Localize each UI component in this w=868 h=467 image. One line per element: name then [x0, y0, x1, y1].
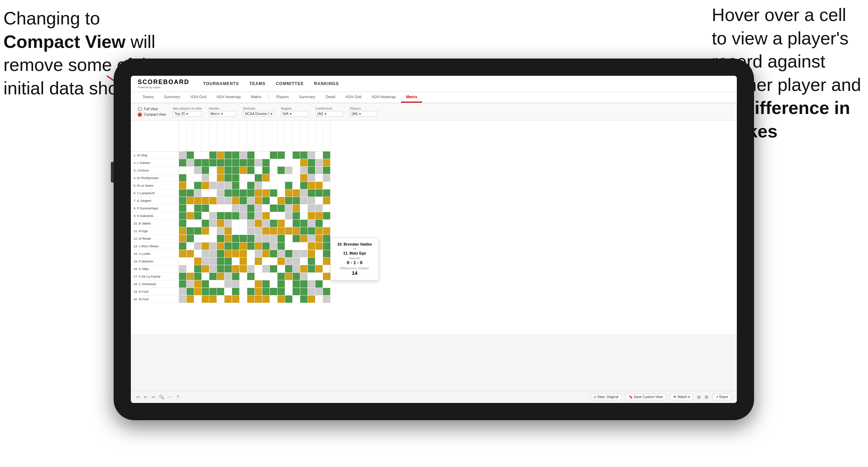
matrix-cell[interactable]	[293, 182, 300, 189]
matrix-cell[interactable]	[323, 205, 331, 212]
matrix-cell[interactable]	[308, 197, 315, 205]
nav-teams[interactable]: TEAMS	[249, 81, 265, 86]
matrix-cell[interactable]	[308, 280, 315, 288]
matrix-cell[interactable]	[315, 265, 323, 273]
matrix-cell[interactable]	[270, 197, 278, 205]
matrix-cell[interactable]	[308, 265, 315, 273]
matrix-cell[interactable]	[187, 205, 194, 212]
matrix-cell[interactable]	[209, 258, 217, 265]
matrix-cell[interactable]	[270, 242, 278, 250]
matrix-cell[interactable]	[270, 159, 278, 167]
matrix-cell[interactable]	[247, 288, 255, 295]
conference-select[interactable]: (All) ▾	[315, 111, 343, 117]
matrix-cell[interactable]	[262, 189, 270, 197]
matrix-cell[interactable]	[315, 152, 323, 159]
matrix-cell[interactable]	[209, 212, 217, 220]
matrix-cell[interactable]	[285, 280, 293, 288]
matrix-cell[interactable]	[300, 288, 308, 295]
matrix-cell[interactable]	[300, 258, 308, 265]
matrix-cell[interactable]	[255, 167, 262, 174]
matrix-cell[interactable]	[240, 295, 247, 303]
matrix-cell[interactable]	[270, 212, 278, 220]
matrix-cell[interactable]	[255, 273, 262, 280]
matrix-cell[interactable]	[194, 212, 202, 220]
matrix-cell[interactable]	[262, 295, 270, 303]
matrix-cell[interactable]	[293, 227, 300, 235]
matrix-cell[interactable]	[247, 258, 255, 265]
matrix-cell[interactable]	[187, 273, 194, 280]
nav-committee[interactable]: COMMITTEE	[276, 81, 304, 86]
matrix-cell[interactable]	[300, 182, 308, 189]
matrix-cell[interactable]	[255, 227, 262, 235]
matrix-cell[interactable]	[323, 159, 331, 167]
tab-matrix2[interactable]: Matrix	[401, 92, 422, 103]
matrix-cell[interactable]	[308, 227, 315, 235]
matrix-cell[interactable]	[308, 189, 315, 197]
matrix-cell[interactable]	[278, 167, 285, 174]
matrix-cell[interactable]	[255, 197, 262, 205]
matrix-cell[interactable]	[240, 273, 247, 280]
matrix-cell[interactable]	[285, 288, 293, 295]
tab-h2h-heatmap2[interactable]: H2H Heatmap	[367, 92, 401, 103]
matrix-cell[interactable]	[202, 182, 209, 189]
matrix-cell[interactable]	[247, 167, 255, 174]
matrix-cell[interactable]	[300, 205, 308, 212]
matrix-cell[interactable]	[187, 227, 194, 235]
matrix-cell[interactable]	[270, 295, 278, 303]
matrix-cell[interactable]	[293, 174, 300, 182]
matrix-cell[interactable]	[270, 250, 278, 258]
tab-h2h-grid1[interactable]: H2H Grid	[186, 92, 211, 103]
matrix-cell[interactable]	[232, 220, 240, 227]
matrix-cell[interactable]	[255, 220, 262, 227]
matrix-cell[interactable]	[278, 197, 285, 205]
share-btn[interactable]: ↗ Share	[712, 394, 731, 400]
matrix-cell[interactable]	[232, 182, 240, 189]
matrix-cell[interactable]	[194, 295, 202, 303]
matrix-cell[interactable]	[255, 280, 262, 288]
matrix-cell[interactable]	[179, 159, 187, 167]
matrix-cell[interactable]	[202, 167, 209, 174]
matrix-cell[interactable]	[308, 258, 315, 265]
matrix-cell[interactable]	[179, 220, 187, 227]
matrix-cell[interactable]	[293, 189, 300, 197]
players-select[interactable]: (All) ▾	[350, 111, 377, 117]
tab-summary2[interactable]: Summary	[294, 92, 320, 103]
layout-icon[interactable]: ⊞	[697, 395, 701, 399]
radio-full-btn[interactable]	[138, 107, 142, 111]
matrix-cell[interactable]	[278, 235, 285, 242]
matrix-cell[interactable]	[270, 189, 278, 197]
matrix-cell[interactable]	[247, 227, 255, 235]
matrix-cell[interactable]	[315, 280, 323, 288]
matrix-cell[interactable]	[247, 182, 255, 189]
matrix-cell[interactable]	[308, 167, 315, 174]
matrix-cell[interactable]	[285, 205, 293, 212]
matrix-cell[interactable]	[323, 242, 331, 250]
matrix-cell[interactable]	[232, 258, 240, 265]
matrix-cell[interactable]	[232, 212, 240, 220]
matrix-cell[interactable]	[323, 197, 331, 205]
matrix-cell[interactable]	[224, 280, 232, 288]
matrix-cell[interactable]	[262, 273, 270, 280]
matrix-cell[interactable]	[194, 220, 202, 227]
matrix-cell[interactable]	[247, 250, 255, 258]
matrix-cell[interactable]	[240, 152, 247, 159]
matrix-cell[interactable]	[217, 189, 224, 197]
matrix-cell[interactable]	[247, 280, 255, 288]
matrix-cell[interactable]	[315, 288, 323, 295]
redo-icon[interactable]: ↪	[151, 395, 155, 399]
radio-full-view[interactable]: Full View	[138, 107, 166, 111]
matrix-cell[interactable]	[202, 258, 209, 265]
matrix-cell[interactable]	[179, 152, 187, 159]
matrix-cell[interactable]	[278, 265, 285, 273]
matrix-cell[interactable]	[209, 159, 217, 167]
matrix-cell[interactable]	[293, 235, 300, 242]
matrix-cell[interactable]	[240, 242, 247, 250]
matrix-cell[interactable]	[240, 159, 247, 167]
matrix-cell[interactable]	[187, 258, 194, 265]
matrix-cell[interactable]	[315, 250, 323, 258]
matrix-cell[interactable]	[278, 250, 285, 258]
matrix-cell[interactable]	[323, 273, 331, 280]
matrix-cell[interactable]	[240, 227, 247, 235]
matrix-cell[interactable]	[209, 197, 217, 205]
matrix-cell[interactable]	[285, 250, 293, 258]
